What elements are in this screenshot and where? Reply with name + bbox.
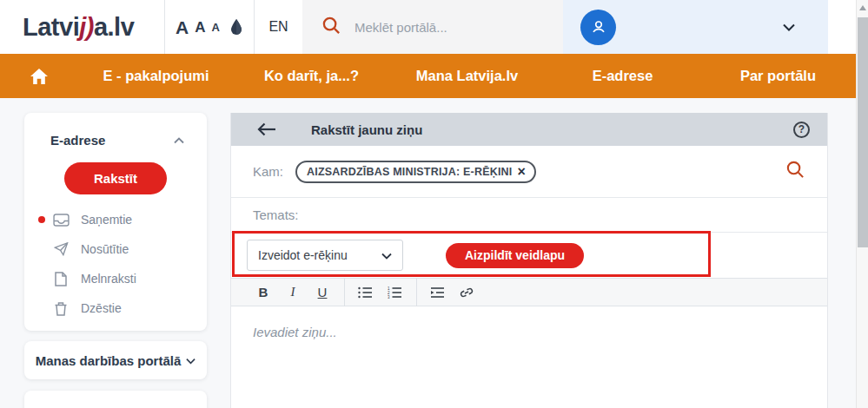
editor-toolbar: B I U 123 [231, 278, 827, 306]
nav-item-par-portalu[interactable]: Par portālu [700, 68, 856, 84]
top-header: Latvij)a.lv A A A EN Meklēt portālā... [0, 0, 856, 54]
sidebar-item-nosutitie[interactable]: Nosūtītie [24, 234, 207, 264]
fill-form-button[interactable]: Aizpildīt veidlapu [446, 243, 584, 268]
sidebar-title: E-adrese [50, 133, 105, 148]
logo-text: Latvij)a.lv [23, 13, 134, 42]
language-label: EN [268, 19, 288, 35]
help-icon[interactable]: ? [793, 122, 810, 138]
font-size-medium-button[interactable]: A [195, 20, 205, 35]
logo-swirl: j) [79, 13, 94, 41]
svg-text:3: 3 [388, 295, 390, 299]
recipient-chip[interactable]: AIZSARDZĪBAS MINISTRIJA: E-RĒĶINI × [295, 161, 536, 183]
to-label: Kam: [253, 164, 283, 179]
numbered-list-icon[interactable]: 123 [383, 281, 406, 304]
compose-title: Rakstīt jaunu ziņu [311, 122, 793, 137]
sidebar-item-sanemtie[interactable]: Saņemtie [24, 205, 207, 234]
toolbar-divider [344, 279, 345, 306]
scrollbar-thumb[interactable] [858, 17, 868, 247]
recipient-name: AIZSARDZĪBAS MINISTRIJA: E-RĒĶINI [307, 166, 512, 178]
search-placeholder: Meklēt portālā... [354, 20, 447, 35]
folder-label: Saņemtie [81, 213, 132, 227]
logo[interactable]: Latvij)a.lv [0, 0, 165, 54]
page-content: E-adrese Rakstīt Saņemtie [0, 98, 856, 408]
user-account-area[interactable] [563, 0, 828, 54]
link-icon[interactable] [455, 281, 478, 304]
section-label: Manas darbības portālā [36, 353, 182, 368]
sidebar-section-manas-darbibas[interactable]: Manas darbības portālā [24, 341, 207, 379]
unread-dot [38, 305, 45, 312]
folder-label: Nosūtītie [81, 242, 129, 256]
compose-button[interactable]: Rakstīt [64, 162, 167, 194]
unread-dot [38, 246, 45, 253]
nav-item-epakalpojumi[interactable]: E - pakalpojumi [78, 68, 234, 84]
invoice-type-select[interactable]: Izveidot e-rēķinu [247, 240, 403, 271]
invoice-action-row: Izveidot e-rēķinu Aizpildīt veidlapu [231, 233, 827, 278]
compose-message-panel: Rakstīt jaunu ziņu ? Kam: AIZSARDZĪBAS M… [230, 113, 828, 408]
accessibility-controls: A A A [165, 0, 255, 54]
subject-row[interactable]: Temats: [231, 198, 827, 233]
toolbar-divider [416, 279, 417, 306]
nav-item-ko-darit[interactable]: Ko darīt, ja...? [234, 68, 389, 84]
home-icon[interactable] [0, 68, 78, 85]
compose-header: Rakstīt jaunu ziņu ? [231, 113, 827, 146]
italic-button[interactable]: I [282, 281, 304, 304]
unread-dot [38, 275, 45, 282]
user-menu-chevron-down-icon[interactable] [783, 19, 795, 35]
language-switch[interactable]: EN [255, 0, 302, 54]
folder-list: Saņemtie Nosūtītie Melnraksti [24, 205, 207, 323]
remove-recipient-icon[interactable]: × [517, 165, 525, 179]
underline-button[interactable]: U [311, 281, 334, 304]
page-scrollbar[interactable] [856, 0, 868, 408]
sidebar-section-pazinojumi[interactable]: Paziņojumi [24, 391, 207, 408]
back-arrow-icon[interactable] [257, 122, 276, 136]
trash-icon [52, 301, 70, 316]
message-body-placeholder: Ievadiet ziņu... [253, 325, 337, 339]
sent-icon [52, 242, 70, 256]
scrollbar-up-arrow[interactable] [859, 5, 866, 10]
recipient-row: Kam: AIZSARDZĪBAS MINISTRIJA: E-RĒĶINI × [231, 146, 827, 198]
contrast-droplet-icon[interactable] [229, 18, 243, 36]
drafts-icon [52, 272, 70, 286]
sidebar-item-dzestie[interactable]: Dzēstie [24, 293, 207, 323]
unread-dot [38, 216, 45, 223]
subject-label: Temats: [253, 207, 299, 222]
bullet-list-icon[interactable] [354, 281, 376, 304]
chevron-down-icon [186, 352, 195, 368]
nav-item-mana-latvija[interactable]: Mana Latvija.lv [389, 68, 545, 84]
header-gutter [828, 0, 856, 54]
eadrese-sidebar: E-adrese Rakstīt Saņemtie [24, 113, 207, 331]
nav-item-eadrese[interactable]: E-adrese [545, 68, 700, 84]
search-icon [321, 16, 341, 39]
latvija-lv-portal: Latvij)a.lv A A A EN Meklēt portālā... [0, 0, 868, 408]
indent-icon[interactable] [426, 281, 448, 304]
bold-button[interactable]: B [252, 281, 275, 304]
font-size-large-button[interactable]: A [176, 18, 189, 36]
sidebar-item-melnraksti[interactable]: Melnraksti [24, 264, 207, 293]
folder-label: Dzēstie [81, 301, 122, 315]
inbox-icon [52, 214, 70, 227]
recipient-search-icon[interactable] [785, 160, 805, 183]
select-chevron-down-icon [381, 247, 392, 263]
portal-search-input[interactable]: Meklēt portālā... [302, 0, 563, 54]
message-body-input[interactable]: Ievadiet ziņu... [231, 306, 827, 408]
invoice-type-value: Izveidot e-rēķinu [258, 248, 348, 262]
folder-label: Melnraksti [81, 272, 136, 286]
user-avatar-icon[interactable] [580, 10, 616, 45]
collapse-chevron-up-icon[interactable] [174, 132, 184, 148]
font-size-small-button[interactable]: A [212, 22, 220, 33]
main-navigation: E - pakalpojumi Ko darīt, ja...? Mana La… [0, 54, 856, 98]
